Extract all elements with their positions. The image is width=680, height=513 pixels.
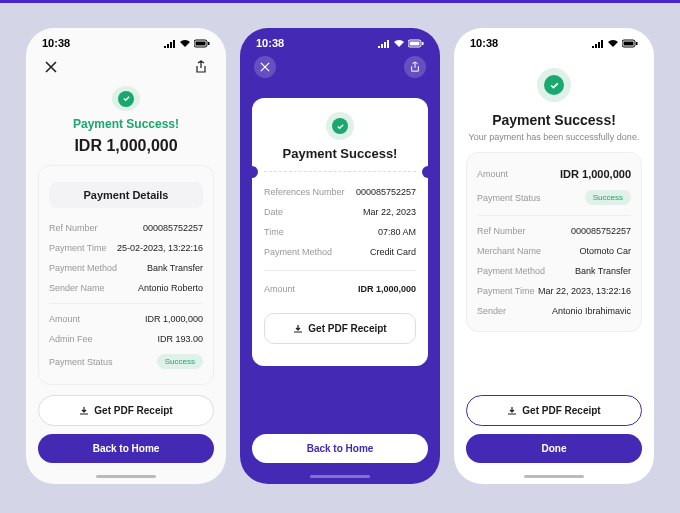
status-label: Payment Status: [477, 193, 541, 203]
svg-rect-8: [636, 42, 638, 45]
table-row: References Number000085752257: [264, 182, 416, 202]
home-bar: [310, 475, 370, 478]
row-key: Admin Fee: [49, 334, 93, 344]
phone-screen-3: 10:38 Payment Success! Your payment has …: [454, 28, 654, 484]
row-value: Bank Transfer: [575, 266, 631, 276]
pdf-receipt-button[interactable]: Get PDF Receipt: [466, 395, 642, 426]
separator: [264, 270, 416, 271]
home-bar: [524, 475, 584, 478]
pdf-receipt-button[interactable]: Get PDF Receipt: [264, 313, 416, 344]
download-icon: [293, 324, 303, 334]
row-key: Payment Method: [477, 266, 545, 276]
table-row: Admin FeeIDR 193.00: [49, 329, 203, 349]
row-key: Ref Number: [477, 226, 526, 236]
body: Payment Success! IDR 1,000,000 Payment D…: [26, 86, 226, 385]
download-icon: [79, 406, 89, 416]
summary-card: Amount IDR 1,000,000 Payment Status Succ…: [466, 152, 642, 332]
amount-label: Amount: [264, 284, 295, 294]
body: Payment Success! Your payment has been s…: [454, 52, 654, 385]
row-value: 000085752257: [571, 226, 631, 236]
button-bar: Get PDF Receipt Done: [454, 385, 654, 471]
rows-group-1: Ref Number000085752257Payment Time25-02-…: [49, 218, 203, 298]
top-bar: [240, 52, 440, 86]
status-time: 10:38: [256, 37, 284, 49]
table-row: AmountIDR 1,000,000: [49, 309, 203, 329]
receipt-card: Payment Success! References Number000085…: [252, 98, 428, 366]
table-row: Ref Number000085752257: [49, 218, 203, 238]
row-key: Payment Time: [477, 286, 535, 296]
title: Payment Success!: [38, 117, 214, 131]
back-home-button[interactable]: Back to Home: [252, 434, 428, 463]
share-button[interactable]: [404, 56, 426, 78]
table-row: SenderAntonio Ibrahimavic: [477, 301, 631, 321]
row-key: Sender Name: [49, 283, 105, 293]
button-bar: Back to Home: [240, 424, 440, 471]
details-card: Payment Details Ref Number000085752257Pa…: [38, 165, 214, 385]
rows-group: Ref Number000085752257Merchant NameOtomo…: [477, 221, 631, 321]
done-button[interactable]: Done: [466, 434, 642, 463]
table-row: Payment MethodBank Transfer: [49, 258, 203, 278]
row-value: Mar 22, 2023, 13:22:16: [538, 286, 631, 296]
share-button[interactable]: [190, 56, 212, 78]
status-icons: [592, 39, 638, 48]
button-bar: Get PDF Receipt Back to Home: [26, 385, 226, 471]
row-value: Credit Card: [370, 247, 416, 257]
title: Payment Success!: [466, 112, 642, 128]
success-icon: [537, 68, 571, 102]
table-row: Sender NameAntonio Roberto: [49, 278, 203, 298]
row-key: Amount: [49, 314, 80, 324]
row-value: 000085752257: [143, 223, 203, 233]
success-icon: [326, 112, 354, 140]
close-button[interactable]: [40, 56, 62, 78]
close-button[interactable]: [254, 56, 276, 78]
row-key: Time: [264, 227, 284, 237]
amount-value: IDR 1,000,000: [358, 284, 416, 294]
table-row: Merchant NameOtomoto Car: [477, 241, 631, 261]
top-bar: [26, 52, 226, 86]
status-badge: Success: [157, 354, 203, 369]
row-value: IDR 1,000,000: [145, 314, 203, 324]
status-bar: 10:38: [26, 28, 226, 52]
row-key: Ref Number: [49, 223, 98, 233]
row-key: Payment Time: [49, 243, 107, 253]
rows-group-2: AmountIDR 1,000,000Admin FeeIDR 193.00: [49, 309, 203, 349]
row-value: Mar 22, 2023: [363, 207, 416, 217]
table-row: Payment TimeMar 22, 2023, 13:22:16: [477, 281, 631, 301]
row-value: Antonio Ibrahimavic: [552, 306, 631, 316]
row-value: 000085752257: [356, 187, 416, 197]
back-home-button[interactable]: Back to Home: [38, 434, 214, 463]
success-icon: [112, 86, 140, 111]
row-key: Amount: [477, 169, 508, 179]
status-time: 10:38: [470, 37, 498, 49]
body: Payment Success! References Number000085…: [240, 86, 440, 424]
dashed-separator: [264, 171, 416, 172]
details-header: Payment Details: [49, 182, 203, 208]
row-value: IDR 1,000,000: [560, 168, 631, 180]
row-value: 25-02-2023, 13:22:16: [117, 243, 203, 253]
status-row: Payment Status Success: [49, 349, 203, 374]
table-row: Payment Time25-02-2023, 13:22:16: [49, 238, 203, 258]
status-row: Payment Status Success: [477, 185, 631, 210]
title: Payment Success!: [264, 146, 416, 161]
download-icon: [507, 406, 517, 416]
status-bar: 10:38: [454, 28, 654, 52]
row-key: Date: [264, 207, 283, 217]
row-value: 07:80 AM: [378, 227, 416, 237]
pdf-receipt-button[interactable]: Get PDF Receipt: [38, 395, 214, 426]
amount-row: Amount IDR 1,000,000: [477, 163, 631, 185]
row-value: Bank Transfer: [147, 263, 203, 273]
row-key: Sender: [477, 306, 506, 316]
table-row: Payment MethodCredit Card: [264, 242, 416, 262]
table-row: Time07:80 AM: [264, 222, 416, 242]
table-row: DateMar 22, 2023: [264, 202, 416, 222]
svg-rect-4: [410, 41, 420, 45]
amount-row: Amount IDR 1,000,000: [264, 279, 416, 299]
row-value: IDR 193.00: [157, 334, 203, 344]
status-badge: Success: [585, 190, 631, 205]
status-icons: [378, 39, 424, 48]
table-row: Ref Number000085752257: [477, 221, 631, 241]
amount: IDR 1,000,000: [38, 137, 214, 155]
separator: [49, 303, 203, 304]
phone-screen-2: 10:38 Payment Success! References Number…: [240, 28, 440, 484]
separator: [477, 215, 631, 216]
